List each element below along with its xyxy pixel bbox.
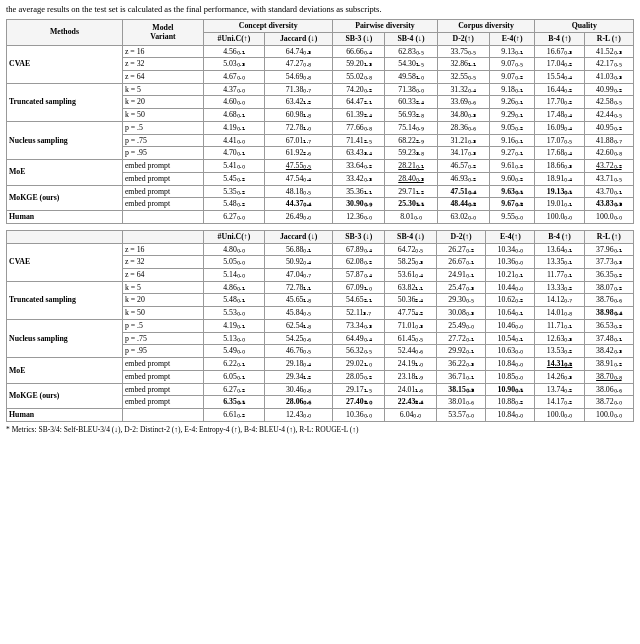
method-cell: CVAE [7, 243, 123, 281]
data-cell: 54.30₁.₅ [385, 58, 437, 71]
data-cell: 30.08₀.₃ [437, 307, 486, 320]
data-cell: 19.01₀.₁ [535, 198, 584, 211]
data-cell: 28.40₀.₃ [385, 172, 437, 185]
data-cell: 75.14₀.₉ [385, 121, 437, 134]
col-rl: R-L (↑) [584, 32, 633, 45]
data-cell: 14.31₀.₂ [535, 358, 584, 371]
method-cell: MoE [7, 160, 123, 185]
method-cell: Nucleus sampling [7, 121, 123, 159]
data-cell: 38.98₀.₄ [584, 307, 633, 320]
method-cell: Human [7, 211, 123, 224]
data-cell: 11.77₀.₁ [535, 269, 584, 282]
data-cell: 10.36₀.₀ [333, 409, 385, 422]
data-cell: 43.83₀.₃ [584, 198, 633, 211]
col2-d2: D-2(↑) [437, 230, 486, 243]
data-cell: 47.55₀.₅ [264, 160, 333, 173]
col-b4: B-4 (↑) [535, 32, 584, 45]
data-cell: 47.75₄.₂ [385, 307, 437, 320]
method-cell: MoE [7, 358, 123, 383]
data-cell: 33.64₀.₂ [333, 160, 385, 173]
data-cell: 53.57₀.₀ [437, 409, 486, 422]
data-cell: 100.0₀.₀ [535, 211, 584, 224]
data-cell: 49.58₁.₀ [385, 70, 437, 83]
data-cell: 5.03₀.₃ [204, 58, 265, 71]
data-cell: 29.92₀.₁ [437, 345, 486, 358]
data-cell: 71.38₀.₇ [264, 83, 333, 96]
data-cell: 5.35₀.₂ [204, 185, 265, 198]
data-cell: 10.21₀.₁ [486, 269, 535, 282]
data-cell: 26.67₀.₁ [437, 256, 486, 269]
data-cell: 9.67₀.₂ [489, 198, 535, 211]
data-cell: 9.05₀.₂ [489, 121, 535, 134]
data-cell: 10.88₀.₂ [486, 396, 535, 409]
col2-unic: #Uni.C(↑) [204, 230, 265, 243]
data-cell: 24.91₀.₁ [437, 269, 486, 282]
variant-cell: p = .95 [122, 345, 203, 358]
variant-cell: embed prompt [122, 358, 203, 371]
data-cell: 50.92₀.₄ [264, 256, 333, 269]
data-cell: 48.18₀.₅ [264, 185, 333, 198]
data-cell: 5.48₀.₂ [204, 198, 265, 211]
data-cell: 29.30₀.₅ [437, 294, 486, 307]
variant-cell: k = 20 [122, 294, 203, 307]
data-cell: 26.27₀.₂ [437, 243, 486, 256]
data-cell: 14.12₀.₇ [535, 294, 584, 307]
data-cell: 9.60₀.₂ [489, 172, 535, 185]
variant-cell: embed prompt [122, 396, 203, 409]
data-cell: 62.54₁.₈ [264, 319, 333, 332]
data-cell: 10.90₀.₁ [486, 383, 535, 396]
data-cell: 31.21₀.₃ [437, 134, 489, 147]
variant-cell: z = 16 [122, 243, 203, 256]
col-sb4: SB-4 (↓) [385, 32, 437, 45]
data-cell: 28.06₀.₆ [264, 396, 333, 409]
variant-cell: k = 50 [122, 109, 203, 122]
data-cell: 53.61₀.₄ [385, 269, 437, 282]
data-cell: 6.04₀.₀ [385, 409, 437, 422]
data-cell: 27.72₀.₁ [437, 332, 486, 345]
data-cell: 9.61₀.₂ [489, 160, 535, 173]
data-cell: 38.70₀.₈ [584, 370, 633, 383]
data-cell: 9.26₀.₁ [489, 96, 535, 109]
data-cell: 74.20₀.₂ [333, 83, 385, 96]
data-cell: 34.17₀.₃ [437, 147, 489, 160]
data-cell: 40.95₀.₂ [584, 121, 633, 134]
variant-cell [122, 409, 203, 422]
data-cell: 31.32₀.₄ [437, 83, 489, 96]
data-cell: 5.48₀.₁ [204, 294, 265, 307]
variant-cell: z = 16 [122, 45, 203, 58]
variant-cell: z = 32 [122, 58, 203, 71]
data-cell: 17.48₀.₄ [535, 109, 584, 122]
data-cell: 8.01₀.₀ [385, 211, 437, 224]
data-cell: 4.41₀.₀ [204, 134, 265, 147]
data-cell: 42.17₀.₅ [584, 58, 633, 71]
data-cell: 67.89₀.₄ [333, 243, 385, 256]
data-cell: 38.01₀.₆ [437, 396, 486, 409]
data-cell: 15.54₀.₄ [535, 70, 584, 83]
data-cell: 12.43₀.₀ [264, 409, 333, 422]
col-methods: Methods [7, 20, 123, 45]
data-cell: 27.40₂.₀ [333, 396, 385, 409]
data-cell: 47.54₀.₄ [264, 172, 333, 185]
col-d2: D-2(↑) [437, 32, 489, 45]
data-cell: 10.44₀.₀ [486, 281, 535, 294]
variant-cell: p = .5 [122, 121, 203, 134]
data-cell: 36.71₀.₁ [437, 370, 486, 383]
data-cell: 63.82₁.₁ [385, 281, 437, 294]
method-cell: Human [7, 409, 123, 422]
data-cell: 55.02₀.₈ [333, 70, 385, 83]
data-cell: 10.85₀.₀ [486, 370, 535, 383]
data-cell: 5.53₀.₀ [204, 307, 265, 320]
data-cell: 71.01₀.₃ [385, 319, 437, 332]
data-cell: 9.55₀.₀ [489, 211, 535, 224]
data-cell: 9.13₀.₁ [489, 45, 535, 58]
data-cell: 28.36₀.₆ [437, 121, 489, 134]
data-cell: 5.49₀.₀ [204, 345, 265, 358]
data-cell: 47.27₀.₈ [264, 58, 333, 71]
method-cell: Truncated sampling [7, 281, 123, 319]
data-cell: 16.09₀.₄ [535, 121, 584, 134]
data-cell: 45.84₀.₅ [264, 307, 333, 320]
data-cell: 14.01₀.₈ [535, 307, 584, 320]
data-cell: 43.71₀.₅ [584, 172, 633, 185]
data-cell: 47.04₀.₇ [264, 269, 333, 282]
data-cell: 36.35₀.₂ [584, 269, 633, 282]
